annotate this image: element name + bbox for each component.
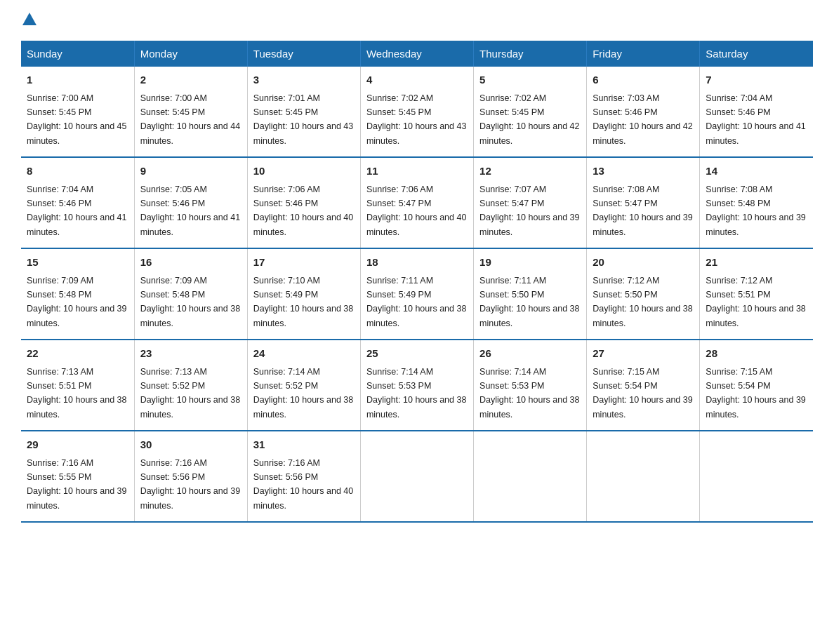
calendar-cell: 21Sunrise: 7:12 AMSunset: 5:51 PMDayligh… (700, 248, 813, 340)
day-number: 3 (253, 72, 355, 88)
calendar-cell: 4Sunrise: 7:02 AMSunset: 5:45 PMDaylight… (360, 67, 473, 157)
calendar-cell: 10Sunrise: 7:06 AMSunset: 5:46 PMDayligh… (247, 157, 360, 248)
day-info: Sunrise: 7:09 AMSunset: 5:48 PMDaylight:… (27, 276, 126, 328)
calendar-cell: 28Sunrise: 7:15 AMSunset: 5:54 PMDayligh… (700, 340, 813, 431)
day-info: Sunrise: 7:02 AMSunset: 5:45 PMDaylight:… (479, 93, 579, 146)
header-cell-monday: Monday (134, 41, 247, 67)
day-info: Sunrise: 7:06 AMSunset: 5:47 PMDaylight:… (366, 185, 466, 237)
calendar-cell (700, 431, 813, 522)
calendar-cell: 11Sunrise: 7:06 AMSunset: 5:47 PMDayligh… (360, 157, 473, 248)
day-number: 14 (706, 163, 807, 180)
day-info: Sunrise: 7:09 AMSunset: 5:48 PMDaylight:… (140, 276, 240, 328)
day-number: 25 (366, 346, 468, 362)
calendar-cell: 23Sunrise: 7:13 AMSunset: 5:52 PMDayligh… (134, 340, 247, 431)
day-number: 4 (366, 72, 468, 88)
day-info: Sunrise: 7:04 AMSunset: 5:46 PMDaylight:… (27, 185, 126, 237)
day-info: Sunrise: 7:01 AMSunset: 5:45 PMDaylight:… (253, 93, 353, 146)
calendar-cell: 18Sunrise: 7:11 AMSunset: 5:49 PMDayligh… (360, 248, 473, 340)
day-info: Sunrise: 7:14 AMSunset: 5:53 PMDaylight:… (366, 367, 466, 420)
day-info: Sunrise: 7:05 AMSunset: 5:46 PMDaylight:… (140, 185, 240, 237)
calendar-cell: 20Sunrise: 7:12 AMSunset: 5:50 PMDayligh… (587, 248, 700, 340)
day-info: Sunrise: 7:10 AMSunset: 5:49 PMDaylight:… (253, 276, 353, 328)
day-number: 12 (479, 163, 581, 180)
calendar-cell (587, 431, 700, 522)
header-cell-sunday: Sunday (21, 41, 134, 67)
day-number: 26 (479, 346, 581, 362)
header-cell-thursday: Thursday (474, 41, 587, 67)
calendar-cell: 2Sunrise: 7:00 AMSunset: 5:45 PMDaylight… (134, 67, 247, 157)
calendar-cell: 16Sunrise: 7:09 AMSunset: 5:48 PMDayligh… (134, 248, 247, 340)
calendar-cell: 8Sunrise: 7:04 AMSunset: 5:46 PMDaylight… (21, 157, 134, 248)
calendar-cell: 19Sunrise: 7:11 AMSunset: 5:50 PMDayligh… (474, 248, 587, 340)
day-info: Sunrise: 7:16 AMSunset: 5:56 PMDaylight:… (253, 458, 353, 511)
day-number: 7 (706, 72, 807, 88)
day-info: Sunrise: 7:08 AMSunset: 5:47 PMDaylight:… (593, 185, 692, 237)
calendar-cell: 9Sunrise: 7:05 AMSunset: 5:46 PMDaylight… (134, 157, 247, 248)
day-number: 24 (253, 346, 355, 362)
calendar-cell: 14Sunrise: 7:08 AMSunset: 5:48 PMDayligh… (700, 157, 813, 248)
day-number: 19 (479, 255, 581, 271)
logo-triangle-icon (22, 13, 37, 25)
page-header (21, 14, 813, 27)
day-number: 6 (593, 72, 694, 88)
day-number: 27 (593, 346, 694, 362)
day-number: 28 (706, 346, 807, 362)
day-number: 17 (253, 255, 355, 271)
logo (21, 14, 37, 27)
day-info: Sunrise: 7:02 AMSunset: 5:45 PMDaylight:… (366, 93, 466, 146)
day-info: Sunrise: 7:14 AMSunset: 5:52 PMDaylight:… (253, 367, 353, 420)
calendar-cell: 29Sunrise: 7:16 AMSunset: 5:55 PMDayligh… (21, 431, 134, 522)
calendar-cell: 27Sunrise: 7:15 AMSunset: 5:54 PMDayligh… (587, 340, 700, 431)
day-info: Sunrise: 7:16 AMSunset: 5:56 PMDaylight:… (140, 458, 240, 511)
calendar-cell (474, 431, 587, 522)
calendar-cell: 6Sunrise: 7:03 AMSunset: 5:46 PMDaylight… (587, 67, 700, 157)
calendar-cell: 7Sunrise: 7:04 AMSunset: 5:46 PMDaylight… (700, 67, 813, 157)
day-number: 16 (140, 255, 241, 271)
calendar-cell: 31Sunrise: 7:16 AMSunset: 5:56 PMDayligh… (247, 431, 360, 522)
header-cell-tuesday: Tuesday (247, 41, 360, 67)
calendar-week-row: 1Sunrise: 7:00 AMSunset: 5:45 PMDaylight… (21, 67, 813, 157)
header-cell-friday: Friday (587, 41, 700, 67)
calendar-header-row: SundayMondayTuesdayWednesdayThursdayFrid… (21, 41, 813, 67)
calendar-cell: 12Sunrise: 7:07 AMSunset: 5:47 PMDayligh… (474, 157, 587, 248)
calendar-cell: 5Sunrise: 7:02 AMSunset: 5:45 PMDaylight… (474, 67, 587, 157)
day-info: Sunrise: 7:00 AMSunset: 5:45 PMDaylight:… (27, 93, 126, 146)
day-number: 2 (140, 72, 241, 88)
calendar-table: SundayMondayTuesdayWednesdayThursdayFrid… (21, 41, 813, 523)
calendar-cell: 26Sunrise: 7:14 AMSunset: 5:53 PMDayligh… (474, 340, 587, 431)
day-number: 22 (27, 346, 128, 362)
day-number: 11 (366, 163, 468, 180)
day-info: Sunrise: 7:15 AMSunset: 5:54 PMDaylight:… (706, 367, 805, 420)
day-number: 31 (253, 437, 355, 453)
calendar-week-row: 29Sunrise: 7:16 AMSunset: 5:55 PMDayligh… (21, 431, 813, 522)
day-number: 29 (27, 437, 128, 453)
day-number: 1 (27, 72, 128, 88)
calendar-cell: 1Sunrise: 7:00 AMSunset: 5:45 PMDaylight… (21, 67, 134, 157)
calendar-week-row: 22Sunrise: 7:13 AMSunset: 5:51 PMDayligh… (21, 340, 813, 431)
day-number: 23 (140, 346, 241, 362)
day-info: Sunrise: 7:12 AMSunset: 5:51 PMDaylight:… (706, 276, 805, 328)
day-number: 9 (140, 163, 241, 180)
day-number: 10 (253, 163, 355, 180)
day-info: Sunrise: 7:11 AMSunset: 5:50 PMDaylight:… (479, 276, 579, 328)
calendar-week-row: 8Sunrise: 7:04 AMSunset: 5:46 PMDaylight… (21, 157, 813, 248)
day-info: Sunrise: 7:08 AMSunset: 5:48 PMDaylight:… (706, 185, 805, 237)
day-number: 15 (27, 255, 128, 271)
calendar-cell: 13Sunrise: 7:08 AMSunset: 5:47 PMDayligh… (587, 157, 700, 248)
day-info: Sunrise: 7:03 AMSunset: 5:46 PMDaylight:… (593, 93, 692, 146)
calendar-cell: 3Sunrise: 7:01 AMSunset: 5:45 PMDaylight… (247, 67, 360, 157)
calendar-cell: 15Sunrise: 7:09 AMSunset: 5:48 PMDayligh… (21, 248, 134, 340)
header-cell-wednesday: Wednesday (360, 41, 473, 67)
day-number: 21 (706, 255, 807, 271)
day-info: Sunrise: 7:11 AMSunset: 5:49 PMDaylight:… (366, 276, 466, 328)
header-cell-saturday: Saturday (700, 41, 813, 67)
calendar-cell: 30Sunrise: 7:16 AMSunset: 5:56 PMDayligh… (134, 431, 247, 522)
day-info: Sunrise: 7:16 AMSunset: 5:55 PMDaylight:… (27, 458, 126, 511)
day-info: Sunrise: 7:13 AMSunset: 5:52 PMDaylight:… (140, 367, 240, 420)
calendar-cell: 25Sunrise: 7:14 AMSunset: 5:53 PMDayligh… (360, 340, 473, 431)
day-info: Sunrise: 7:04 AMSunset: 5:46 PMDaylight:… (706, 93, 805, 146)
calendar-week-row: 15Sunrise: 7:09 AMSunset: 5:48 PMDayligh… (21, 248, 813, 340)
calendar-cell: 24Sunrise: 7:14 AMSunset: 5:52 PMDayligh… (247, 340, 360, 431)
day-number: 5 (479, 72, 581, 88)
day-number: 20 (593, 255, 694, 271)
